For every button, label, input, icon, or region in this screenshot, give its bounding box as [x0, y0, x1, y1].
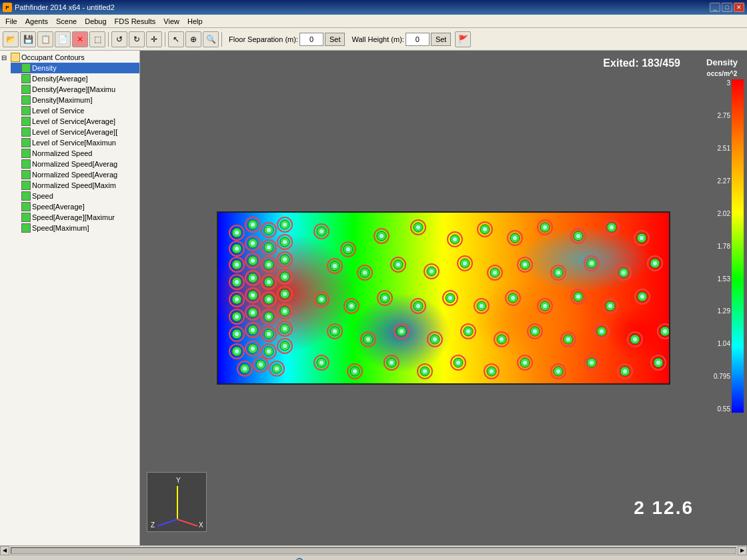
wall-height-set-button[interactable]: Set: [431, 33, 452, 46]
svg-point-182: [416, 304, 420, 308]
svg-point-212: [400, 329, 404, 333]
svg-point-26: [235, 263, 239, 267]
sidebar-label-5: Level of Service[Average]: [32, 117, 115, 125]
svg-point-167: [622, 271, 626, 275]
legend-title: Density occs/m^2: [700, 57, 744, 78]
svg-point-137: [640, 236, 644, 240]
floor-separation-input[interactable]: [299, 33, 323, 46]
svg-point-107: [319, 229, 323, 233]
toolbar-btn-6[interactable]: ⬚: [89, 31, 105, 47]
menu-scene[interactable]: Scene: [52, 17, 81, 26]
zoom-button[interactable]: 🔍: [203, 31, 219, 47]
svg-point-218: [466, 329, 470, 333]
move-button[interactable]: ⊕: [185, 31, 201, 47]
svg-point-38: [235, 280, 239, 284]
svg-point-269: [656, 361, 660, 365]
sidebar-item-15[interactable]: Speed[Maximum]: [11, 223, 139, 233]
save-button[interactable]: 💾: [20, 31, 36, 47]
svg-point-98: [243, 367, 247, 371]
svg-point-149: [430, 269, 434, 273]
toolbar-btn-3[interactable]: 📋: [37, 31, 53, 47]
svg-point-47: [283, 275, 287, 279]
svg-point-173: [319, 297, 323, 301]
sidebar-item-6[interactable]: Level of Service[Average][: [11, 127, 139, 137]
menu-fds-results[interactable]: FDS Results: [111, 17, 160, 26]
sidebar-item-13[interactable]: Speed[Average]: [11, 201, 139, 212]
sidebar-item-10[interactable]: Normalized Speed[Averag: [11, 169, 139, 180]
viewport[interactable]: Exited: 183/459 Density occs/m^2 3 2.75 …: [140, 51, 747, 545]
select-button[interactable]: ↖: [168, 31, 184, 47]
rotate-left-button[interactable]: ↺: [111, 31, 127, 47]
svg-point-260: [556, 369, 560, 373]
sidebar-item-14[interactable]: Speed[Average][Maximur: [11, 212, 139, 223]
item-icon-9: [21, 159, 31, 169]
sidebar-label-2: Density[Average][Maximu: [32, 85, 115, 93]
svg-point-161: [556, 271, 560, 275]
menu-file[interactable]: File: [1, 17, 21, 26]
sidebar-item-7[interactable]: Level of Service[Maximun: [11, 137, 139, 148]
sidebar-item-5[interactable]: Level of Service[Average]: [11, 116, 139, 127]
sidebar-item-11[interactable]: Normalized Speed[Maxim: [11, 180, 139, 191]
maximize-button[interactable]: □: [722, 3, 732, 12]
wall-height-input[interactable]: [406, 33, 430, 46]
svg-text:Z: Z: [151, 521, 155, 529]
svg-point-176: [349, 304, 353, 308]
toolbar-separator-1: [108, 32, 109, 47]
sidebar-item-2[interactable]: Density[Average][Maximu: [11, 84, 139, 95]
svg-point-236: [663, 329, 667, 333]
minimize-button[interactable]: _: [710, 3, 720, 12]
svg-point-77: [251, 328, 255, 332]
toolbar-btn-4[interactable]: 📄: [55, 31, 71, 47]
svg-point-170: [653, 261, 657, 265]
item-icon-3: [21, 95, 31, 105]
legend-val-1: 2.75: [718, 112, 730, 119]
window-title: Pathfinder 2014 x64 - untitled2: [15, 3, 115, 11]
sidebar-item-8[interactable]: Normalized Speed: [11, 148, 139, 159]
scroll-left-arrow[interactable]: ◀: [0, 546, 9, 555]
menu-help[interactable]: Help: [183, 17, 207, 26]
svg-point-23: [283, 240, 287, 244]
rotate-right-button[interactable]: ↻: [129, 31, 145, 47]
sidebar-item-density[interactable]: Density: [11, 63, 139, 73]
progress-bar-container[interactable]: [0, 555, 747, 560]
menu-agents[interactable]: Agents: [21, 17, 52, 26]
svg-point-188: [480, 304, 484, 308]
svg-point-200: [608, 304, 612, 308]
sidebar-item-12[interactable]: Speed: [11, 191, 139, 201]
flag-button[interactable]: 🚩: [455, 31, 471, 47]
sidebar-label-0: Density: [32, 64, 57, 72]
sidebar-root-item[interactable]: ⊟ Occupant Contours: [0, 52, 139, 63]
floor-separation-set-button[interactable]: Set: [325, 33, 345, 46]
horizontal-scrollbar[interactable]: ◀ ▶: [0, 545, 747, 555]
sidebar-item-4[interactable]: Level of Service: [11, 105, 139, 116]
menu-view[interactable]: View: [159, 17, 183, 26]
main-area: ⊟ Occupant Contours Density Density[Aver…: [0, 51, 747, 545]
open-button[interactable]: 📂: [3, 31, 19, 47]
menu-debug[interactable]: Debug: [81, 17, 110, 26]
item-icon-6: [21, 127, 31, 137]
sidebar-label-8: Normalized Speed: [32, 149, 93, 157]
tree-collapse-icon[interactable]: ⊟: [1, 54, 11, 61]
close-button[interactable]: ✕: [734, 3, 744, 12]
sidebar-label-11: Normalized Speed[Maxim: [32, 181, 116, 189]
axes-svg: Y X Z: [147, 473, 207, 533]
svg-point-230: [600, 329, 604, 333]
sidebar-item-9[interactable]: Normalized Speed[Averag: [11, 159, 139, 169]
svg-point-20: [267, 245, 271, 249]
sidebar-item-1[interactable]: Density[Average]: [11, 73, 139, 84]
stop-button[interactable]: ✕: [72, 31, 88, 47]
title-bar-controls[interactable]: _ □ ✕: [710, 3, 744, 12]
svg-point-8: [267, 228, 271, 232]
svg-point-5: [251, 223, 255, 227]
sidebar-root: ⊟ Occupant Contours Density Density[Aver…: [0, 51, 139, 235]
item-icon-7: [21, 138, 31, 147]
svg-point-83: [283, 327, 287, 331]
scrollbar-track[interactable]: [11, 547, 736, 554]
toolbar-separator-2: [165, 32, 165, 47]
simulation-canvas[interactable]: [217, 211, 670, 385]
scroll-right-arrow[interactable]: ▶: [738, 546, 747, 555]
sidebar-label-9: Normalized Speed[Averag: [32, 160, 117, 168]
occupants-svg: [218, 213, 669, 383]
pan-button[interactable]: ✛: [146, 31, 162, 47]
sidebar-item-3[interactable]: Density[Maximum]: [11, 95, 139, 105]
